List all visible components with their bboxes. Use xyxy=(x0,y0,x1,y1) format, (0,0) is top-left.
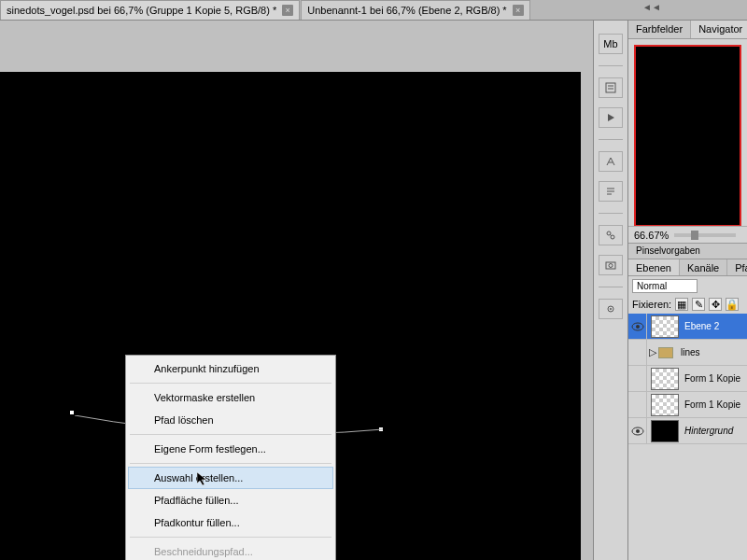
document-tabs: sinedots_vogel.psd bei 66,7% (Gruppe 1 K… xyxy=(0,0,747,21)
layer-row[interactable]: Hintergrund xyxy=(628,418,747,444)
folder-arrow-icon[interactable]: ▷ xyxy=(649,346,656,358)
document-tab-2[interactable]: Unbenannt-1 bei 66,7% (Ebene 2, RGB/8) *… xyxy=(301,0,529,20)
tool-play-icon[interactable] xyxy=(599,107,623,128)
folder-icon xyxy=(658,347,673,358)
toolbar-separator xyxy=(599,65,623,66)
tool-paragraph-icon[interactable] xyxy=(599,181,623,202)
visibility-toggle[interactable] xyxy=(628,314,647,340)
tab-label: Unbenannt-1 bei 66,7% (Ebene 2, RGB/8) * xyxy=(307,5,506,16)
menu-stroke-path[interactable]: Pfadkontur füllen... xyxy=(128,511,333,534)
layer-name: Hintergrund xyxy=(683,426,733,436)
menu-make-selection[interactable]: Auswahl erstellen... xyxy=(128,467,333,489)
lock-label: Fixieren: xyxy=(632,299,671,310)
layer-name: Form 1 Kopie xyxy=(683,399,740,410)
menu-separator xyxy=(130,537,331,538)
toolbar-separator xyxy=(599,139,623,140)
layer-thumbnail[interactable] xyxy=(651,420,679,442)
right-panels: Farbfelder Navigator 66.67% Pinselvorgab… xyxy=(628,21,747,560)
close-icon[interactable]: × xyxy=(282,5,293,16)
layer-thumbnail[interactable] xyxy=(651,368,679,390)
layer-list: Ebene 2 ▷ lines Form 1 Kopie Form 1 Kopi… xyxy=(628,314,747,560)
tool-camera-icon[interactable] xyxy=(599,255,623,275)
lock-all-icon[interactable]: 🔒 xyxy=(726,298,739,311)
layers-panel-tabs: Ebenen Kanäle Pfade xyxy=(628,259,747,276)
tool-link-icon[interactable] xyxy=(599,225,623,245)
svg-point-6 xyxy=(610,308,612,310)
svg-rect-0 xyxy=(606,83,615,92)
svg-point-4 xyxy=(609,264,613,268)
tab-paths[interactable]: Pfade xyxy=(727,259,747,275)
svg-point-10 xyxy=(636,429,640,433)
layer-thumbnail[interactable] xyxy=(651,394,679,416)
visibility-toggle[interactable] xyxy=(628,366,647,392)
menu-separator xyxy=(130,463,331,464)
menu-clipping-path: Beschneidungspfad... xyxy=(128,540,333,560)
visibility-toggle[interactable] xyxy=(628,418,647,444)
close-icon[interactable]: × xyxy=(513,5,524,16)
tools-toolbar: Mb xyxy=(593,21,628,560)
layer-name: Ebene 2 xyxy=(683,321,719,331)
context-menu: Ankerpunkt hinzufügen Vektormaske erstel… xyxy=(125,355,336,560)
layer-row[interactable]: Form 1 Kopie xyxy=(628,366,747,392)
zoom-bar: 66.67% xyxy=(628,226,747,243)
layer-row[interactable]: ▷ lines xyxy=(628,340,747,366)
visibility-toggle[interactable] xyxy=(628,340,647,366)
blend-mode-row: Normal xyxy=(628,276,747,295)
tool-mb-icon[interactable]: Mb xyxy=(599,34,623,54)
visibility-toggle[interactable] xyxy=(628,392,647,418)
toolbar-separator xyxy=(599,213,623,214)
tab-swatches[interactable]: Farbfelder xyxy=(628,21,691,38)
menu-delete-path[interactable]: Pfad löschen xyxy=(128,409,333,431)
menu-vector-mask[interactable]: Vektormaske erstellen xyxy=(128,386,333,409)
tab-label: sinedots_vogel.psd bei 66,7% (Gruppe 1 K… xyxy=(7,5,276,16)
lock-brush-icon[interactable]: ✎ xyxy=(692,298,705,311)
tool-character-icon[interactable] xyxy=(599,151,623,172)
blend-mode-select[interactable]: Normal xyxy=(632,279,698,293)
zoom-value: 66.67% xyxy=(634,230,669,241)
menu-separator xyxy=(130,383,331,384)
lock-transparency-icon[interactable]: ▦ xyxy=(675,298,688,311)
tool-history-icon[interactable] xyxy=(599,77,623,98)
layer-name: lines xyxy=(679,347,700,357)
layer-row[interactable]: Form 1 Kopie xyxy=(628,392,747,418)
zoom-slider[interactable] xyxy=(674,233,736,237)
menu-separator xyxy=(130,434,331,435)
layer-name: Form 1 Kopie xyxy=(683,373,740,384)
navigator-thumbnail[interactable] xyxy=(634,45,741,227)
tab-channels[interactable]: Kanäle xyxy=(680,259,727,275)
tab-navigator[interactable]: Navigator xyxy=(691,21,747,38)
lock-move-icon[interactable]: ✥ xyxy=(709,298,722,311)
menu-add-anchor[interactable]: Ankerpunkt hinzufügen xyxy=(128,357,333,380)
tool-gear-icon[interactable] xyxy=(599,299,623,319)
layer-row[interactable]: Ebene 2 xyxy=(628,314,747,340)
menu-fill-path[interactable]: Pfadfläche füllen... xyxy=(128,489,333,511)
lock-row: Fixieren: ▦ ✎ ✥ 🔒 xyxy=(628,295,747,314)
collapse-arrow-icon[interactable]: ◄◄ xyxy=(642,2,661,12)
menu-define-shape[interactable]: Eigene Form festlegen... xyxy=(128,438,333,460)
document-tab-1[interactable]: sinedots_vogel.psd bei 66,7% (Gruppe 1 K… xyxy=(0,0,300,20)
navigator-preview[interactable] xyxy=(628,39,747,226)
brush-presets-header[interactable]: Pinselvorgaben xyxy=(628,243,747,259)
navigator-tabs: Farbfelder Navigator xyxy=(628,21,747,39)
canvas-area[interactable]: Ankerpunkt hinzufügen Vektormaske erstel… xyxy=(0,21,593,560)
layer-thumbnail[interactable] xyxy=(651,315,679,338)
tab-layers[interactable]: Ebenen xyxy=(628,259,680,275)
svg-point-8 xyxy=(636,325,640,329)
toolbar-separator xyxy=(599,287,623,287)
